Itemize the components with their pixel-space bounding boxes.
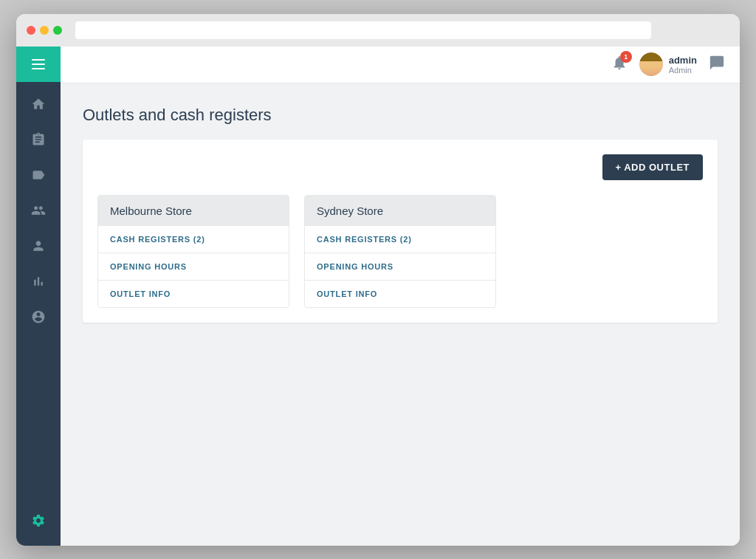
melbourne-opening-hours[interactable]: OPENING HOURS	[98, 253, 289, 281]
sydney-opening-hours[interactable]: OPENING HOURS	[305, 253, 495, 281]
tag-icon	[31, 168, 46, 182]
main-area: 1 admin Admin	[61, 47, 740, 546]
sidebar-nav	[16, 82, 61, 504]
user-info[interactable]: admin Admin	[639, 52, 697, 76]
sidebar-item-users[interactable]	[16, 301, 61, 333]
user-name: admin	[669, 55, 697, 66]
outlets-grid: Melbourne Store CASH REGISTERS (2) OPENI…	[97, 195, 703, 308]
address-bar[interactable]	[75, 21, 651, 39]
avatar-hair	[639, 52, 663, 61]
sidebar	[16, 47, 61, 546]
main-card: + ADD OUTLET Melbourne Store CASH REGIST…	[83, 140, 718, 323]
notification-badge: 1	[620, 51, 632, 63]
browser-titlebar	[16, 14, 740, 47]
sidebar-item-staff[interactable]	[16, 230, 61, 262]
page-content: Outlets and cash registers + ADD OUTLET …	[61, 83, 740, 546]
melbourne-cash-registers[interactable]: CASH REGISTERS (2)	[98, 226, 289, 253]
sidebar-item-home[interactable]	[16, 88, 61, 120]
home-icon	[31, 97, 46, 112]
avatar	[639, 52, 663, 76]
add-outlet-button[interactable]: + ADD OUTLET	[602, 154, 704, 180]
page-title: Outlets and cash registers	[83, 106, 718, 125]
maximize-dot[interactable]	[53, 26, 62, 35]
sydney-outlet-info[interactable]: OUTLET INFO	[305, 281, 495, 307]
browser-window: 1 admin Admin	[16, 14, 740, 546]
close-dot[interactable]	[27, 26, 35, 35]
outlet-card-sydney: Sydney Store CASH REGISTERS (2) OPENING …	[304, 195, 496, 308]
sydney-cash-registers[interactable]: CASH REGISTERS (2)	[305, 226, 495, 253]
browser-content: 1 admin Admin	[16, 47, 740, 546]
bar-chart-icon	[31, 274, 46, 289]
notification-bell[interactable]: 1	[611, 55, 628, 74]
card-toolbar: + ADD OUTLET	[97, 154, 703, 180]
person-icon	[31, 239, 46, 253]
minimize-dot[interactable]	[40, 26, 49, 35]
outlet-card-sydney-header: Sydney Store	[305, 196, 495, 226]
chat-icon	[709, 55, 725, 71]
topbar: 1 admin Admin	[61, 47, 740, 83]
gear-icon	[31, 513, 46, 528]
sidebar-item-orders[interactable]	[16, 123, 61, 156]
sidebar-item-settings[interactable]	[31, 504, 46, 537]
user-text: admin Admin	[669, 55, 697, 75]
hamburger-icon	[32, 59, 45, 69]
clipboard-icon	[31, 132, 46, 147]
people-icon	[31, 203, 46, 218]
outlet-card-melbourne: Melbourne Store CASH REGISTERS (2) OPENI…	[97, 195, 289, 308]
sidebar-toggle[interactable]	[16, 47, 61, 82]
outlet-card-melbourne-header: Melbourne Store	[98, 196, 289, 226]
user-role: Admin	[669, 66, 697, 75]
sidebar-bottom	[31, 504, 46, 537]
chat-button[interactable]	[709, 55, 725, 74]
sidebar-item-customers[interactable]	[16, 194, 61, 227]
sidebar-item-reports[interactable]	[16, 265, 61, 298]
avatar-face	[639, 52, 663, 76]
user-icon	[31, 309, 46, 324]
melbourne-outlet-info[interactable]: OUTLET INFO	[98, 281, 289, 307]
outlet-card-sydney-body: CASH REGISTERS (2) OPENING HOURS OUTLET …	[305, 226, 495, 307]
outlet-card-melbourne-body: CASH REGISTERS (2) OPENING HOURS OUTLET …	[98, 226, 289, 307]
sidebar-item-products[interactable]	[16, 159, 61, 191]
